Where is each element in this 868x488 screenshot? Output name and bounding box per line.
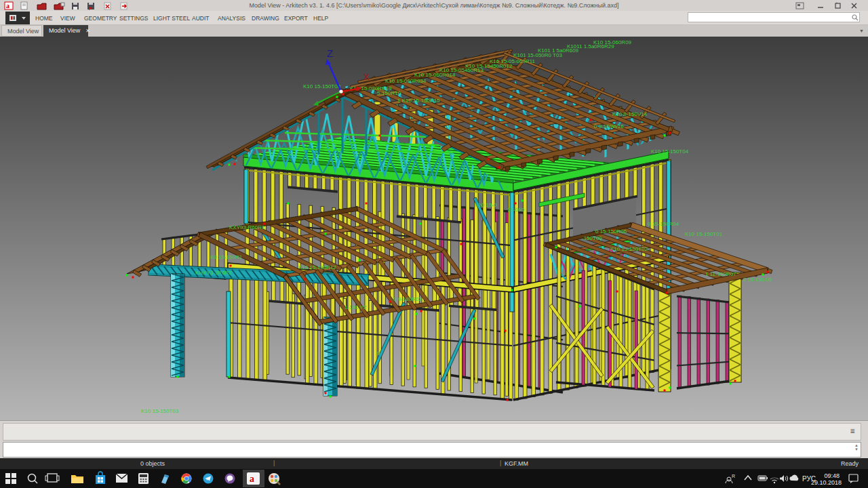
svg-text:K16 15-05-060R11: K16 15-05-060R11 (490, 58, 536, 64)
svg-text:0 15-150R06: 0 15-150R06 (595, 228, 627, 235)
svg-text:KXY93-R60R1: KXY93-R60R1 (229, 224, 265, 230)
svg-text:K10 15-060R09: K10 15-060R09 (593, 39, 632, 45)
svg-text:K10 15-060R034: K10 15-060R034 (385, 78, 427, 84)
svg-text:K9 15-150R1: K9 15-150R1 (210, 254, 243, 260)
svg-text:2 15-150.06: 2 15-150.06 (743, 277, 772, 283)
svg-text:R: R (732, 474, 735, 479)
svg-text:KHXY3-3R6R2: KHXY3-3R6R2 (195, 270, 232, 276)
svg-text:5-150R10: 5-150R10 (377, 90, 401, 96)
svg-text:K10 15-150T02: K10 15-150T02 (610, 246, 648, 252)
svg-text:K10 15-0: K10 15-0 (475, 202, 497, 208)
svg-text:Z: Z (327, 47, 333, 59)
svg-text:K10 15-150T08: K10 15-150T08 (303, 83, 341, 89)
svg-text:0 9-150W16: 0 9-150W16 (594, 123, 624, 129)
svg-text:K10 15-150T03: K10 15-150T03 (141, 408, 179, 414)
svg-text:K10 15-150T04: K10 15-150T04 (651, 148, 689, 155)
svg-text:0 9-680R03: 0 9-680R03 (393, 296, 422, 302)
svg-text:09:48: 09:48 (824, 472, 840, 479)
svg-text:-150T00: -150T00 (582, 235, 602, 241)
svg-text:1-150 Y2: 1-150 Y2 (344, 304, 367, 310)
svg-text:0 15-150R04: 0 15-150R04 (648, 221, 679, 227)
svg-text:a: a (250, 474, 254, 484)
svg-text:K10 9-150V14: K10 9-150V14 (612, 111, 648, 117)
svg-text:X: X (363, 72, 370, 82)
svg-text:K10 15-150T01: K10 15-150T01 (685, 231, 723, 237)
svg-text:1 11-150R07: 1 11-150R07 (705, 271, 736, 277)
svg-text:1 K10 15-150R15: 1 K10 15-150R15 (397, 98, 440, 104)
svg-text:K13 15-150R12: K13 15-150R12 (298, 264, 337, 270)
svg-text:15-060: 15-060 (507, 207, 524, 213)
svg-text:HB 15: HB 15 (322, 142, 338, 148)
svg-text:0: 0 (377, 350, 380, 357)
svg-text:29.10.2018: 29.10.2018 (811, 479, 842, 486)
svg-text:a: a (6, 2, 9, 9)
